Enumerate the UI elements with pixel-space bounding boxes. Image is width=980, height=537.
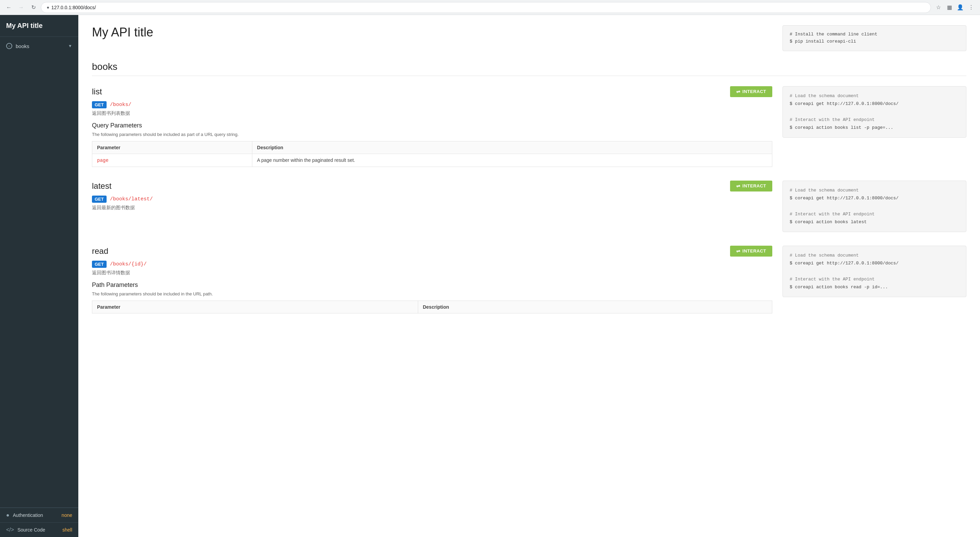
sidebar-title: My API title bbox=[0, 15, 78, 37]
interact-icon: ⇌ bbox=[736, 89, 741, 94]
interact-list-button[interactable]: ⇌ INTERACT bbox=[730, 86, 772, 97]
source-code-value: shell bbox=[62, 527, 72, 532]
browser-chrome: ← → ↻ ● 127.0.0.1:8000/docs/ ☆ ▦ 👤 ⋮ bbox=[0, 0, 980, 15]
endpoint-read-code: # Load the schema document $ coreapi get… bbox=[783, 246, 966, 314]
section-title: books bbox=[92, 61, 966, 76]
param-name-page: page bbox=[97, 158, 109, 163]
endpoint-latest-method-path: GET /books/latest/ bbox=[92, 196, 772, 203]
method-badge-latest: GET bbox=[92, 196, 107, 203]
read-params-desc: The following parameters should be inclu… bbox=[92, 291, 772, 296]
interact-list-label: INTERACT bbox=[742, 89, 766, 94]
endpoint-list: list ⇌ INTERACT GET /books/ 返回图书列表数据 Que… bbox=[92, 86, 966, 167]
endpoint-latest-name: latest bbox=[92, 181, 111, 191]
endpoint-latest-left: latest ⇌ INTERACT GET /books/latest/ 返回最… bbox=[92, 181, 772, 232]
endpoint-latest: latest ⇌ INTERACT GET /books/latest/ 返回最… bbox=[92, 181, 966, 232]
endpoint-list-name: list bbox=[92, 87, 102, 96]
sidebar-nav: ○ books ▼ bbox=[0, 37, 78, 507]
bookmark-button[interactable]: ☆ bbox=[934, 3, 943, 12]
list-params-table: Parameter Description page A page number… bbox=[92, 141, 772, 167]
qr-button[interactable]: ▦ bbox=[945, 3, 954, 12]
interact-icon-latest: ⇌ bbox=[736, 183, 741, 189]
endpoint-list-left: list ⇌ INTERACT GET /books/ 返回图书列表数据 Que… bbox=[92, 86, 772, 167]
latest-code-text: # Load the schema document $ coreapi get… bbox=[790, 188, 899, 225]
address-bar[interactable]: ● 127.0.0.1:8000/docs/ bbox=[41, 2, 931, 13]
interact-read-button[interactable]: ⇌ INTERACT bbox=[730, 246, 772, 257]
read-code-text: # Load the schema document $ coreapi get… bbox=[790, 253, 899, 290]
endpoint-latest-code: # Load the schema document $ coreapi get… bbox=[783, 181, 966, 232]
circle-icon: ○ bbox=[6, 43, 12, 49]
list-params-title: Query Parameters bbox=[92, 122, 772, 129]
endpoint-list-method-path: GET /books/ bbox=[92, 101, 772, 108]
authentication-value: none bbox=[62, 513, 72, 518]
table-header-desc: Description bbox=[252, 141, 772, 154]
list-params-desc: The following parameters should be inclu… bbox=[92, 132, 772, 137]
endpoint-read-desc: 返回图书详情数据 bbox=[92, 270, 772, 276]
sidebar-footer: ● Authentication none </> Source Code sh… bbox=[0, 507, 78, 537]
table-header-param: Parameter bbox=[92, 141, 252, 154]
method-badge-read: GET bbox=[92, 261, 107, 268]
read-params-title: Path Parameters bbox=[92, 282, 772, 288]
param-desc-page: A page number within the paginated resul… bbox=[252, 154, 772, 167]
menu-button[interactable]: ⋮ bbox=[966, 3, 976, 12]
source-code-item[interactable]: </> Source Code shell bbox=[0, 523, 78, 537]
read-code-box: # Load the schema document $ coreapi get… bbox=[783, 246, 966, 297]
forward-button[interactable]: → bbox=[16, 3, 26, 12]
endpoint-read-name: read bbox=[92, 246, 108, 256]
read-table-header-param: Parameter bbox=[92, 301, 418, 313]
interact-icon-read: ⇌ bbox=[736, 249, 741, 254]
url-text: 127.0.0.1:8000/docs/ bbox=[51, 5, 96, 10]
reload-button[interactable]: ↻ bbox=[29, 3, 38, 12]
person-icon: ● bbox=[6, 512, 10, 518]
endpoint-list-header: list ⇌ INTERACT bbox=[92, 86, 772, 97]
table-row: page A page number within the paginated … bbox=[92, 154, 772, 167]
endpoint-read-method-path: GET /books/{id}/ bbox=[92, 261, 772, 268]
method-badge-list: GET bbox=[92, 101, 107, 108]
endpoint-list-desc: 返回图书列表数据 bbox=[92, 110, 772, 116]
endpoint-latest-header: latest ⇌ INTERACT bbox=[92, 181, 772, 191]
read-table-header-desc: Description bbox=[418, 301, 772, 313]
endpoint-read-header: read ⇌ INTERACT bbox=[92, 246, 772, 257]
interact-latest-button[interactable]: ⇌ INTERACT bbox=[730, 181, 772, 191]
main-content: My API title # Install the command line … bbox=[78, 15, 980, 537]
sidebar-item-label: books bbox=[16, 43, 65, 49]
source-code-label: Source Code bbox=[18, 527, 59, 532]
install-code-box: # Install the command line client$ pip i… bbox=[783, 25, 966, 51]
latest-code-box: # Load the schema document $ coreapi get… bbox=[783, 181, 966, 232]
endpoint-read: read ⇌ INTERACT GET /books/{id}/ 返回图书详情数… bbox=[92, 246, 966, 314]
endpoint-read-left: read ⇌ INTERACT GET /books/{id}/ 返回图书详情数… bbox=[92, 246, 772, 314]
install-code-text: # Install the command line client$ pip i… bbox=[790, 32, 877, 44]
path-latest: /books/latest/ bbox=[110, 196, 153, 202]
code-icon: </> bbox=[6, 527, 14, 533]
profile-button[interactable]: 👤 bbox=[956, 3, 965, 12]
browser-actions: ☆ ▦ 👤 ⋮ bbox=[934, 3, 976, 12]
sidebar: My API title ○ books ▼ ● Authentication … bbox=[0, 15, 78, 537]
list-code-text: # Load the schema document $ coreapi get… bbox=[790, 93, 899, 131]
interact-latest-label: INTERACT bbox=[742, 183, 766, 188]
endpoint-latest-desc: 返回最新的图书数据 bbox=[92, 205, 772, 211]
lock-icon: ● bbox=[47, 5, 49, 10]
back-button[interactable]: ← bbox=[4, 3, 14, 12]
list-code-box: # Load the schema document $ coreapi get… bbox=[783, 86, 966, 138]
page-title: My API title bbox=[92, 25, 755, 40]
interact-read-label: INTERACT bbox=[742, 249, 766, 253]
authentication-label: Authentication bbox=[13, 513, 58, 518]
read-params-table: Parameter Description bbox=[92, 301, 772, 314]
chevron-down-icon: ▼ bbox=[68, 44, 72, 48]
app-layout: My API title ○ books ▼ ● Authentication … bbox=[0, 15, 980, 537]
authentication-item[interactable]: ● Authentication none bbox=[0, 508, 78, 523]
sidebar-item-books[interactable]: ○ books ▼ bbox=[0, 40, 78, 53]
path-list: /books/ bbox=[110, 102, 131, 108]
endpoint-list-code: # Load the schema document $ coreapi get… bbox=[783, 86, 966, 167]
path-read: /books/{id}/ bbox=[110, 261, 147, 267]
